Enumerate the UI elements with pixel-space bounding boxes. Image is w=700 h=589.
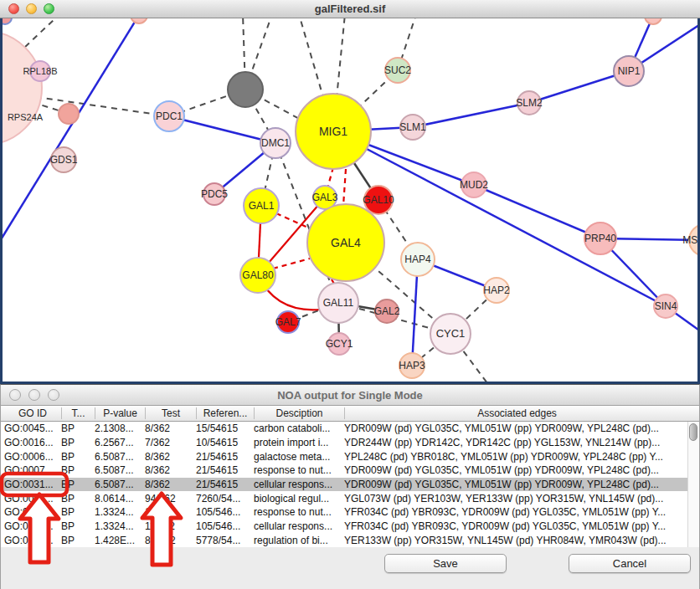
network-node-top-clipped-node-2[interactable] <box>645 18 661 24</box>
cell-edges: YFR034C (pd) YBR093C, YDR009W (pd) YGL03… <box>344 520 689 532</box>
node-label-SIN4: SIN4 <box>655 300 677 312</box>
network-node-RPS24A[interactable] <box>59 104 79 124</box>
cell-edges: YPL248C (pd) YBR018C, YML051W (pp) YDR00… <box>344 451 689 463</box>
column-header-description[interactable]: Desciption <box>254 407 344 419</box>
cell-type: BP <box>61 423 95 434</box>
table-row[interactable]: GO:0031...BP6.5087...8/36221/54615cellul… <box>1 478 699 492</box>
noa-titlebar[interactable]: NOA output for Single Mode <box>1 385 699 406</box>
node-label-CYC1: CYC1 <box>436 327 466 340</box>
cell-go_id: GO:0050... <box>4 535 61 546</box>
cell-go_id: GO:0006... <box>4 451 61 463</box>
column-header-go_id[interactable]: GO ID <box>4 407 61 419</box>
node-label-PRP40: PRP40 <box>584 233 616 244</box>
cell-edges: YDR244W (pp) YDR142C, YDR142C (pp) YGL15… <box>344 437 689 448</box>
node-label-RPS24A: RPS24A <box>8 112 44 122</box>
node-label-GAL3: GAL3 <box>312 192 338 203</box>
cell-reference: 10/54615 <box>196 437 254 448</box>
cell-description: cellular respons... <box>254 479 344 490</box>
node-label-GAL11: GAL11 <box>323 297 354 309</box>
network-edge[interactable] <box>25 95 169 116</box>
cell-p_value: 2.1308... <box>95 423 145 434</box>
table-row[interactable]: GO:0045...BP2.1308...8/36215/54615carbon… <box>1 422 699 436</box>
node-label-MSI: MSI <box>682 234 700 246</box>
node-label-SUC2: SUC2 <box>384 64 411 76</box>
node-label-MIG1: MIG1 <box>319 125 347 138</box>
node-label-SLM2: SLM2 <box>516 97 543 109</box>
cell-p_value: 1.3324... <box>95 506 145 518</box>
zoom-button[interactable] <box>48 389 59 401</box>
table-row[interactable]: GO:0016...BP6.2567...7/36210/54615protei… <box>1 436 699 450</box>
table-row[interactable]: GO:0007...BP6.5087...8/36221/54615respon… <box>1 464 699 478</box>
network-window-title: galFiltered.sif <box>0 3 700 15</box>
column-header-type[interactable]: T... <box>61 407 95 419</box>
table-row[interactable]: GO:0006...BP6.5087...8/36221/54615galact… <box>1 449 699 464</box>
cell-type: BP <box>61 493 95 504</box>
node-label-PDC5: PDC5 <box>201 188 228 200</box>
network-canvas[interactable]: RPL18BRPS24AGDS1PDC1PDC5MIG1SUC2SLM1DMC1… <box>0 18 700 384</box>
cell-go_id: GO:0007... <box>4 464 61 476</box>
cell-reference: 15/54615 <box>196 423 254 434</box>
cell-type: BP <box>61 451 95 463</box>
cell-go_id: GO:0031... <box>4 520 61 532</box>
table-row[interactable]: GO:0065...BP8.0614...94/3627260/54...bio… <box>1 491 699 505</box>
cell-edges: YGL073W (pd) YER103W, YER133W (pp) YOR31… <box>344 493 689 504</box>
close-button[interactable] <box>8 3 19 14</box>
cell-description: biological regul... <box>254 493 344 504</box>
cell-go_id: GO:0016... <box>4 437 61 448</box>
node-label-MUD2: MUD2 <box>460 179 488 191</box>
node-label-NIP1: NIP1 <box>618 65 641 77</box>
column-header-reference[interactable]: Referen... <box>196 407 254 419</box>
cell-test: 11/362 <box>145 506 196 518</box>
cell-test: 11/362 <box>145 520 196 532</box>
column-header-test[interactable]: Test <box>145 407 196 419</box>
column-header-p_value[interactable]: P-value <box>95 407 145 419</box>
cell-go_id: GO:0065... <box>4 493 61 504</box>
network-edge[interactable] <box>413 103 529 127</box>
cell-p_value: 6.2567... <box>95 437 145 448</box>
cancel-button[interactable]: Cancel <box>569 554 691 573</box>
column-header-edges[interactable]: Associated edges <box>344 407 689 419</box>
cell-go_id: GO:0045... <box>4 423 61 434</box>
save-button[interactable]: Save <box>384 554 507 573</box>
cell-edges: YDR009W (pd) YGL035C, YML051W (pp) YDR00… <box>344 423 689 434</box>
node-label-RPL18B: RPL18B <box>23 66 58 76</box>
table-row[interactable]: GO:0031...BP1.3324...11/362105/546...res… <box>1 505 699 520</box>
cell-p_value: 1.3324... <box>95 520 145 532</box>
cell-test: 8/362 <box>145 451 196 463</box>
cell-description: response to nut... <box>254 464 344 476</box>
cell-go_id: GO:0031... <box>4 479 61 490</box>
network-edge[interactable] <box>169 116 275 143</box>
table-row[interactable]: GO:0031...BP1.3324...11/362105/546...cel… <box>1 520 699 534</box>
cell-test: 8/362 <box>145 479 196 490</box>
node-label-SLM1: SLM1 <box>399 121 426 133</box>
cell-edges: YDR009W (pd) YGL035C, YML051W (pp) YDR00… <box>344 479 689 490</box>
network-node-gray-node[interactable] <box>228 72 263 107</box>
scrollbar-thumb[interactable] <box>689 423 697 441</box>
cell-reference: 21/54615 <box>196 479 254 490</box>
node-label-GAL10: GAL10 <box>363 194 394 206</box>
network-edge[interactable] <box>343 169 346 206</box>
cell-test: 8/362 <box>145 464 196 476</box>
cell-p_value: 6.5087... <box>95 464 145 476</box>
table-row[interactable]: GO:0050...BP1.428E...80/3625778/54...reg… <box>1 533 699 547</box>
minimize-button[interactable] <box>26 3 37 14</box>
cell-test: 7/362 <box>145 437 196 448</box>
network-titlebar[interactable]: galFiltered.sif <box>0 0 700 18</box>
close-button[interactable] <box>9 389 21 401</box>
network-edge[interactable] <box>276 213 311 229</box>
cell-test: 94/362 <box>145 493 196 504</box>
cell-reference: 21/54615 <box>196 451 254 463</box>
node-label-HAP2: HAP2 <box>483 284 510 296</box>
table-body: GO:0045...BP2.1308...8/36215/54615carbon… <box>1 422 699 547</box>
table-scrollbar[interactable] <box>687 422 699 547</box>
minimize-button[interactable] <box>28 389 40 401</box>
network-node-cluster-node[interactable] <box>0 31 42 145</box>
cell-reference: 7260/54... <box>196 493 254 504</box>
node-label-GAL4: GAL4 <box>331 236 361 249</box>
cell-p_value: 8.0614... <box>95 493 145 504</box>
network-edge[interactable] <box>273 259 310 269</box>
zoom-button[interactable] <box>44 3 54 14</box>
network-edge[interactable] <box>474 185 600 238</box>
node-label-GAL2: GAL2 <box>374 305 400 317</box>
cell-type: BP <box>61 535 95 546</box>
